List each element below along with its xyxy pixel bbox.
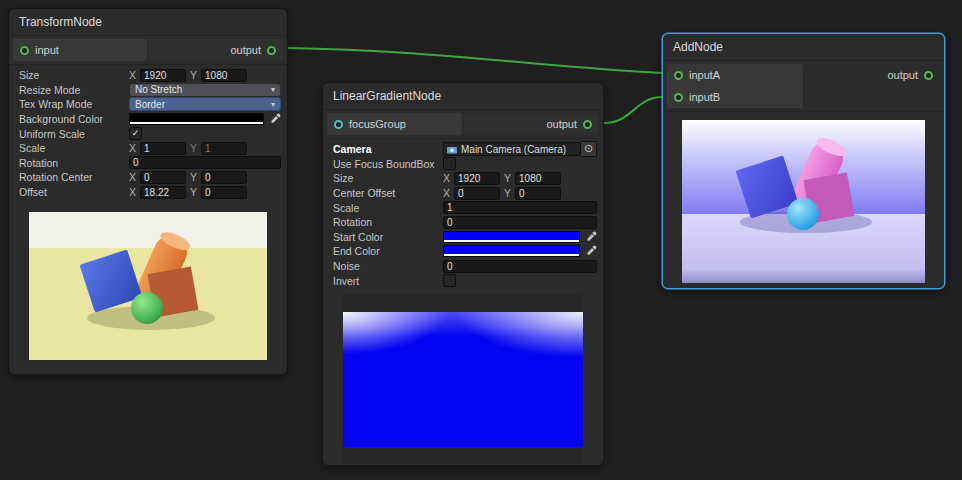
port-inputA[interactable]: inputA [667, 64, 803, 86]
offset-label: Offset [13, 186, 129, 198]
invert-row: Invert [327, 273, 599, 288]
transform-node-properties: Size X 1920 Y 1080 Resize Mode No Stretc… [9, 65, 287, 200]
add-node-title-bar[interactable]: AddNode [663, 34, 944, 61]
add-node-preview [682, 120, 925, 283]
input-port-icon[interactable] [20, 46, 29, 55]
tex-wrap-mode-dropdown[interactable]: Border ▾ [129, 97, 281, 111]
scale-y-field: 1 [201, 142, 247, 155]
lineargradient-node-title-bar[interactable]: LinearGradientNode [323, 83, 603, 110]
offset-y-field[interactable]: 0 [201, 186, 247, 199]
size-x-field[interactable]: 1920 [454, 172, 500, 185]
y-axis-label: Y [190, 171, 197, 183]
uniform-scale-label: Uniform Scale [13, 128, 129, 140]
y-axis-label: Y [504, 172, 511, 184]
rotation-label: Rotation [13, 157, 129, 169]
edge-lineargradient-output-to-addnode-inputB[interactable] [604, 97, 662, 123]
camera-label: Camera [327, 143, 443, 155]
inputA-port-label: inputA [689, 69, 720, 81]
scale-x-field[interactable]: 1 [140, 142, 186, 155]
size-x-field[interactable]: 1920 [140, 69, 186, 82]
eyedropper-icon[interactable] [584, 231, 597, 243]
port-output[interactable]: output [149, 39, 283, 61]
lineargradient-inputs-panel: focusGroup [327, 113, 462, 135]
resize-mode-value: No Stretch [135, 84, 182, 95]
x-axis-label: X [129, 69, 136, 81]
add-inputs-panel: inputA inputB [667, 64, 803, 108]
edge-transform-output-to-addnode-inputA[interactable] [288, 48, 662, 73]
start-color-swatch[interactable] [443, 231, 580, 243]
offset-x-field[interactable]: 18.22 [140, 186, 186, 199]
y-axis-label: Y [190, 142, 197, 154]
add-node-title: AddNode [673, 40, 723, 54]
rotation-field[interactable]: 0 [129, 156, 281, 169]
tex-wrap-mode-value: Border [135, 99, 165, 110]
focusgroup-port-icon[interactable] [334, 120, 343, 129]
use-focus-boundbox-label: Use Focus BoundBox [327, 158, 443, 170]
lineargradient-node[interactable]: LinearGradientNode focusGroup output Cam… [322, 82, 604, 466]
rotation-row: Rotation 0 [327, 215, 599, 230]
camera-row: Camera Main Camera (Camera) ⊙ [327, 142, 599, 157]
start-color-label: Start Color [327, 231, 443, 243]
end-color-swatch[interactable] [443, 245, 580, 257]
port-input[interactable]: input [13, 39, 147, 61]
size-y-field[interactable]: 1080 [201, 69, 247, 82]
rotation-row: Rotation 0 [13, 156, 283, 171]
transform-node-preview [29, 212, 267, 360]
noise-label: Noise [327, 260, 443, 272]
background-color-row: Background Color [13, 112, 283, 127]
invert-label: Invert [327, 275, 443, 287]
scale-field[interactable]: 1 [443, 201, 597, 214]
end-color-label: End Color [327, 245, 443, 257]
center-offset-x-field[interactable]: 0 [454, 187, 500, 200]
tex-wrap-mode-row: Tex Wrap Mode Border ▾ [13, 97, 283, 112]
port-inputB[interactable]: inputB [667, 86, 803, 108]
noise-row: Noise 0 [327, 259, 599, 274]
x-axis-label: X [129, 171, 136, 183]
input-port-label: input [35, 44, 59, 56]
invert-checkbox[interactable] [443, 274, 456, 287]
lineargradient-outputs-panel: output [464, 113, 599, 135]
inputA-port-icon[interactable] [674, 71, 683, 80]
output-port-icon[interactable] [583, 120, 592, 129]
rotation-center-x-field[interactable]: 0 [140, 171, 186, 184]
transform-node[interactable]: TransformNode input output Size X [8, 8, 288, 375]
uniform-scale-checkbox[interactable]: ✓ [129, 127, 142, 140]
port-output[interactable]: output [805, 64, 941, 86]
camera-object-field[interactable]: Main Camera (Camera) [443, 142, 581, 156]
size-row: Size X 1920 Y 1080 [13, 68, 283, 83]
use-focus-boundbox-checkbox[interactable] [443, 157, 456, 170]
camera-object-name: Main Camera (Camera) [461, 144, 566, 155]
output-port-icon[interactable] [924, 71, 933, 80]
rotation-field[interactable]: 0 [443, 216, 597, 229]
size-label: Size [327, 172, 443, 184]
add-node[interactable]: AddNode inputA inputB output [662, 33, 945, 289]
x-axis-label: X [129, 186, 136, 198]
lineargradient-node-ports: focusGroup output [323, 110, 603, 139]
port-output[interactable]: output [464, 113, 599, 135]
gradient-preview-image [343, 312, 583, 447]
eyedropper-icon[interactable] [268, 113, 281, 125]
eyedropper-icon[interactable] [584, 245, 597, 257]
transform-node-title-bar[interactable]: TransformNode [9, 9, 287, 36]
noise-field[interactable]: 0 [443, 260, 597, 273]
object-picker-icon[interactable]: ⊙ [581, 141, 597, 157]
center-offset-row: Center Offset X 0 Y 0 [327, 186, 599, 201]
chevron-down-icon: ▾ [271, 100, 275, 109]
port-focusgroup[interactable]: focusGroup [327, 113, 462, 135]
inputB-port-icon[interactable] [674, 93, 683, 102]
resize-mode-dropdown[interactable]: No Stretch ▾ [129, 83, 281, 97]
output-port-icon[interactable] [267, 46, 276, 55]
lineargradient-node-title: LinearGradientNode [333, 89, 441, 103]
scale-row: Scale 1 [327, 200, 599, 215]
graph-canvas[interactable]: TransformNode input output Size X [0, 0, 962, 480]
rotation-center-y-field[interactable]: 0 [201, 171, 247, 184]
center-offset-y-field[interactable]: 0 [515, 187, 561, 200]
transform-node-ports: input output [9, 36, 287, 65]
add-outputs-panel: output [805, 64, 941, 86]
scale-label: Scale [13, 142, 129, 154]
size-y-field[interactable]: 1080 [515, 172, 561, 185]
background-color-swatch[interactable] [129, 113, 264, 125]
y-axis-label: Y [190, 186, 197, 198]
y-axis-label: Y [504, 187, 511, 199]
resize-mode-label: Resize Mode [13, 84, 129, 96]
